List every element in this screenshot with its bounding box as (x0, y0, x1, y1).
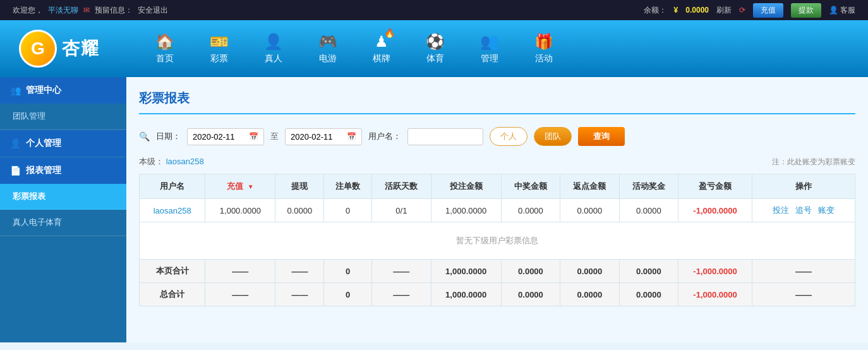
cell-profit: -1,000.0000 (678, 199, 752, 222)
nav-egame[interactable]: 🎮 电游 (301, 20, 355, 77)
username-link[interactable]: laosan258 (154, 206, 191, 215)
balance-label: 余额： (644, 5, 666, 16)
top-bar-left: 欢迎您， 平淡无聊 ✉ 预留信息： 安全退出 (13, 5, 168, 16)
sum-bonus-page: 0.0000 (619, 260, 678, 283)
sum-label-total: 总合计 (140, 283, 205, 306)
sum-profit-total: -1,000.0000 (678, 283, 752, 306)
sum-betcount-page: 0 (324, 260, 372, 283)
recharge-button[interactable]: 充值 (753, 3, 783, 18)
sum-rebate-page: 0.0000 (560, 260, 619, 283)
nav-lottery[interactable]: 🎫 彩票 (192, 20, 246, 77)
sum-winamount-total: 0.0000 (501, 283, 560, 306)
mail-icon[interactable]: ✉ (83, 6, 90, 15)
page-title: 彩票报表 (139, 90, 855, 114)
cell-winamount: 0.0000 (501, 199, 560, 222)
nav-activity-label: 活动 (535, 53, 553, 64)
service-label: 客服 (840, 5, 855, 16)
nav-egame-label: 电游 (319, 53, 337, 64)
nav-sports[interactable]: ⚽ 体育 (408, 20, 462, 77)
query-button[interactable]: 查询 (578, 127, 625, 146)
date-from-field[interactable] (193, 132, 246, 142)
sum-withdraw-total: —— (275, 283, 324, 306)
th-recharge[interactable]: 充值 ▼ (205, 174, 275, 199)
cell-withdraw: 0.0000 (275, 199, 324, 222)
sports-icon: ⚽ (426, 33, 445, 51)
sum-betamount-page: 1,000.0000 (431, 260, 501, 283)
user-label: 用户名： (368, 131, 401, 142)
sum-recharge-page: —— (205, 260, 275, 283)
balance-symbol: ¥ (674, 6, 678, 15)
sum-activedays-page: —— (372, 260, 431, 283)
report-icon: 📄 (10, 166, 21, 176)
date-from-input[interactable]: 📅 (187, 128, 264, 145)
sum-activedays-total: —— (372, 283, 431, 306)
personal-icon: 👤 (10, 138, 21, 148)
sidebar-header-manage: 👥 管理中心 (0, 77, 126, 104)
date-label: 日期： (156, 131, 181, 142)
refresh-link[interactable]: 刷新 (716, 5, 732, 16)
cell-betamount: 1,000.0000 (431, 199, 501, 222)
refresh-icon[interactable]: ⟳ (739, 6, 745, 15)
sidebar-header-report: 📄 报表管理 (0, 157, 126, 184)
sum-profit-page: -1,000.0000 (678, 260, 752, 283)
manage-icon: 👥 (480, 33, 499, 51)
th-profit: 盈亏金额 (678, 174, 752, 199)
sidebar-item-lottery-report[interactable]: 彩票报表 (0, 184, 126, 210)
nav-sports-label: 体育 (426, 53, 444, 64)
sum-label-page: 本页合计 (140, 260, 205, 283)
nav-live-label: 真人 (265, 53, 282, 64)
logo-icon: G (19, 30, 57, 68)
sum-recharge-total: —— (205, 283, 275, 306)
sidebar-item-live-sports[interactable]: 真人电子体育 (0, 210, 126, 236)
service-button[interactable]: 👤 客服 (829, 5, 855, 16)
sidebar-section-report: 📄 报表管理 彩票报表 真人电子体育 (0, 157, 126, 236)
sidebar-section-manage: 👥 管理中心 团队管理 (0, 77, 126, 130)
safe-exit-link[interactable]: 安全退出 (138, 5, 168, 16)
lottery-icon: 🎫 (210, 33, 229, 51)
cell-activedays: 0/1 (372, 199, 431, 222)
action-account[interactable]: 账变 (818, 205, 835, 215)
data-table: 用户名 充值 ▼ 提现 注单数 活跃天数 投注金额 中奖金额 返点金额 活动奖金… (139, 174, 855, 306)
sum-winamount-page: 0.0000 (501, 260, 560, 283)
nav-chess-label: 棋牌 (373, 53, 390, 64)
sum-actions-total: —— (752, 283, 855, 306)
cell-activitybonus: 0.0000 (619, 199, 678, 222)
nav-home[interactable]: 🏠 首页 (138, 20, 192, 77)
nav-items: 🏠 首页 🎫 彩票 👤 真人 🎮 电游 ♟ 🔥 棋牌 ⚽ 体育 👥 (138, 20, 571, 77)
cell-actions: 投注 追号 账变 (752, 199, 855, 222)
breadcrumb: 本级： laosan258 (139, 156, 204, 167)
date-to-field[interactable] (291, 132, 344, 142)
home-icon: 🏠 (155, 33, 174, 51)
personal-button[interactable]: 个人 (490, 127, 527, 146)
fire-badge: 🔥 (384, 28, 395, 38)
action-bet[interactable]: 投注 (773, 205, 789, 215)
manage-center-icon: 👥 (10, 85, 21, 95)
breadcrumb-user[interactable]: laosan258 (166, 157, 204, 166)
breadcrumb-row: 本级： laosan258 注：此处账变为彩票账变 (139, 156, 855, 167)
content-area: 彩票报表 🔍 日期： 📅 至 📅 用户名： 个人 团队 查询 本级： l (126, 77, 868, 342)
table-row: laosan258 1,000.0000 0.0000 0 0/1 1,000.… (140, 199, 855, 222)
nav-chess[interactable]: ♟ 🔥 棋牌 (355, 20, 408, 77)
empty-row: 暂无下级用户彩票信息 (140, 222, 855, 260)
sum-betamount-total: 1,000.0000 (431, 283, 501, 306)
nav-live[interactable]: 👤 真人 (246, 20, 301, 77)
date-to-input[interactable]: 📅 (285, 128, 362, 145)
nav-manage[interactable]: 👥 管理 (462, 20, 517, 77)
main-layout: 👥 管理中心 团队管理 👤 个人管理 📄 报表管理 彩票报表 真人电子体育 (0, 77, 868, 342)
th-activedays: 活跃天数 (372, 174, 431, 199)
nav-activity[interactable]: 🎁 活动 (517, 20, 571, 77)
action-track[interactable]: 追号 (795, 205, 812, 215)
calendar-from-icon[interactable]: 📅 (249, 132, 258, 141)
sidebar-header-personal[interactable]: 👤 个人管理 (0, 130, 126, 157)
sidebar-item-team[interactable]: 团队管理 (0, 104, 126, 130)
sum-profit-total-val: -1,000.0000 (693, 290, 737, 299)
team-button[interactable]: 团队 (534, 127, 572, 146)
logo-text: 杏耀 (62, 37, 100, 61)
username-input[interactable] (407, 128, 483, 145)
calendar-to-icon[interactable]: 📅 (347, 132, 356, 141)
withdraw-button[interactable]: 提款 (791, 3, 821, 18)
welcome-text: 欢迎您， (13, 5, 43, 16)
live-sports-label: 真人电子体育 (13, 217, 62, 227)
th-winamount: 中奖金额 (501, 174, 560, 199)
cell-rebate: 0.0000 (560, 199, 619, 222)
